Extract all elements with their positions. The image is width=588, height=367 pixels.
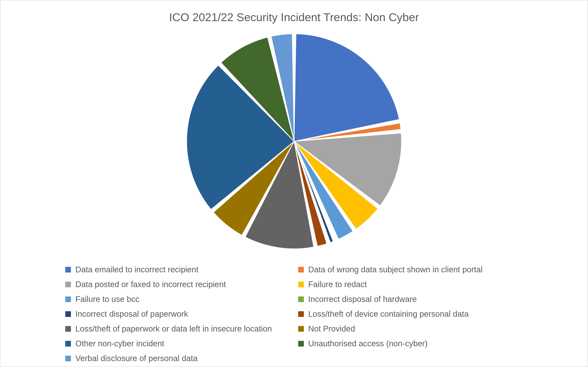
legend-item: Incorrect disposal of paperwork — [65, 309, 290, 318]
legend-item: Failure to redact — [298, 280, 523, 289]
legend-label: Data posted or faxed to incorrect recipi… — [75, 280, 226, 289]
legend-label: Unauthorised access (non-cyber) — [308, 339, 428, 348]
legend-label: Data emailed to incorrect recipient — [75, 265, 198, 274]
legend-swatch — [298, 341, 304, 347]
legend: Data emailed to incorrect recipientData … — [65, 265, 523, 363]
legend-item: Other non-cyber incident — [65, 339, 290, 348]
legend-item: Verbal disclosure of personal data — [65, 354, 290, 363]
pie-chart-area — [13, 30, 575, 259]
legend-label: Other non-cyber incident — [75, 339, 164, 348]
legend-label: Data of wrong data subject shown in clie… — [308, 265, 483, 274]
legend-item: Loss/theft of device containing personal… — [298, 309, 523, 318]
legend-swatch — [298, 326, 304, 332]
legend-label: Loss/theft of device containing personal… — [308, 309, 469, 318]
legend-swatch — [298, 282, 304, 287]
legend-label: Incorrect disposal of paperwork — [75, 309, 188, 318]
legend-swatch — [65, 326, 71, 332]
legend-item: Data posted or faxed to incorrect recipi… — [65, 280, 290, 289]
pie-slice — [294, 34, 399, 141]
legend-item: Data of wrong data subject shown in clie… — [298, 265, 523, 274]
legend-item: Unauthorised access (non-cyber) — [298, 339, 523, 348]
legend-item: Incorrect disposal of hardware — [298, 295, 523, 304]
legend-label: Failure to redact — [308, 280, 367, 289]
pie-chart — [183, 30, 406, 253]
chart-title: ICO 2021/22 Security Incident Trends: No… — [13, 8, 575, 24]
legend-item: Not Provided — [298, 324, 523, 333]
legend-item: Failure to use bcc — [65, 295, 290, 304]
chart-frame: ICO 2021/22 Security Incident Trends: No… — [0, 0, 588, 367]
legend-label: Failure to use bcc — [75, 295, 139, 304]
legend-swatch — [65, 341, 71, 347]
legend-swatch — [65, 296, 71, 302]
legend-label: Loss/theft of paperwork or data left in … — [75, 324, 272, 333]
legend-item: Loss/theft of paperwork or data left in … — [65, 324, 290, 333]
legend-label: Verbal disclosure of personal data — [75, 354, 198, 363]
legend-item: Data emailed to incorrect recipient — [65, 265, 290, 274]
legend-swatch — [65, 282, 71, 287]
legend-label: Not Provided — [308, 324, 355, 333]
legend-swatch — [65, 311, 71, 317]
legend-swatch — [65, 267, 71, 273]
legend-swatch — [298, 296, 304, 302]
legend-swatch — [298, 311, 304, 317]
legend-swatch — [298, 267, 304, 273]
legend-swatch — [65, 356, 71, 361]
legend-label: Incorrect disposal of hardware — [308, 295, 417, 304]
